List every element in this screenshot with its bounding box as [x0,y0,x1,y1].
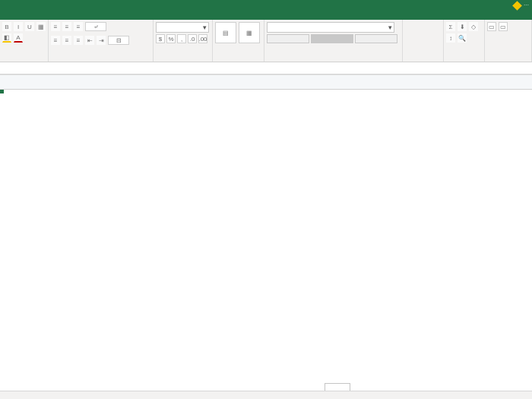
inc-decimal-button[interactable]: .0 [188,34,197,43]
column-headers [0,74,532,90]
currency-button[interactable]: $ [156,34,165,43]
ribbon-group-trailing: ▭ ▭ [485,20,532,62]
bold-button[interactable]: B [2,22,11,31]
ribbon-group-alignment: ≡ ≡ ≡ ⤶ ≡ ≡ ≡ ⇤ ⇥ ⊟ [49,20,154,62]
style-table-button[interactable] [311,34,353,43]
formula-bar[interactable] [0,62,532,74]
fill-color-button[interactable]: ◧ [2,33,11,43]
ribbon-group-format: ▤ ▦ [213,20,264,62]
italic-button[interactable]: I [14,22,23,31]
find-button[interactable]: 🔍 [458,33,467,43]
clear-button[interactable]: ◇ [469,22,478,31]
active-cell[interactable] [0,90,3,93]
align-top-button[interactable]: ≡ [51,22,60,31]
fill-button[interactable]: ⬇ [458,22,467,31]
ribbon: B I U ▦ ◧ A ≡ ≡ ≡ ⤶ ≡ ≡ ≡ ⇤ ⇥ ⊟ [0,20,532,62]
border-button[interactable]: ▦ [36,22,46,31]
ribbon-group-editing-label [445,61,483,62]
menu-bar [0,11,532,20]
ribbon-group-number-label [155,61,211,62]
ribbon-group-editing: Σ ⬇ ◇ ↕ 🔍 [444,20,485,62]
font-color-button[interactable]: A [14,33,23,43]
conditional-format-button[interactable]: ▤ [215,22,236,43]
ribbon-group-styles-label [266,61,401,62]
status-bar [0,391,532,399]
underline-button[interactable]: U [25,22,34,31]
wrap-text-button[interactable]: ⤶ [85,22,106,31]
style-cell-button[interactable] [355,34,397,43]
trailing-btn-1[interactable]: ▭ [487,22,496,31]
trailing-btn-2[interactable]: ▭ [499,22,508,31]
align-bot-button[interactable]: ≡ [74,22,83,31]
ribbon-group-styles: ▾ [264,20,403,62]
chevron-down-icon: ▾ [388,24,392,31]
indent-inc-button[interactable]: ⇥ [97,36,106,45]
indent-dec-button[interactable]: ⇤ [85,36,94,45]
ribbon-group-cells-label [404,61,442,62]
fill-handle[interactable] [0,90,4,93]
ribbon-group-font-label [2,61,46,62]
styles-dropdown[interactable]: ▾ [267,22,394,33]
warning-icon [512,1,522,11]
percent-button[interactable]: % [166,34,176,43]
ribbon-group-font: B I U ▦ ◧ A [0,20,49,62]
ribbon-group-number: ▾ $ % , .0 .00 [154,20,213,62]
align-left-button[interactable]: ≡ [51,36,60,45]
sort-button[interactable]: ↕ [446,33,455,43]
number-format-dropdown[interactable]: ▾ [156,22,209,33]
align-right-button[interactable]: ≡ [74,36,83,45]
align-center-button[interactable]: ≡ [62,36,71,45]
account-label: ⋯ [524,2,529,9]
chevron-down-icon: ▾ [203,24,207,31]
ribbon-group-cells [403,20,444,62]
ribbon-group-alignment-label [50,61,151,62]
comma-button[interactable]: , [177,34,186,43]
autosum-button[interactable]: Σ [446,22,455,31]
title-right: ⋯ [514,2,529,9]
format-table-button[interactable]: ▦ [239,22,260,43]
dec-decimal-button[interactable]: .00 [198,34,207,43]
worksheet-grid [0,74,532,90]
title-bar: ⋯ [0,0,532,11]
merge-center-button[interactable]: ⊟ [108,36,129,45]
style-cf-button[interactable] [267,34,309,43]
align-mid-button[interactable]: ≡ [62,22,71,31]
